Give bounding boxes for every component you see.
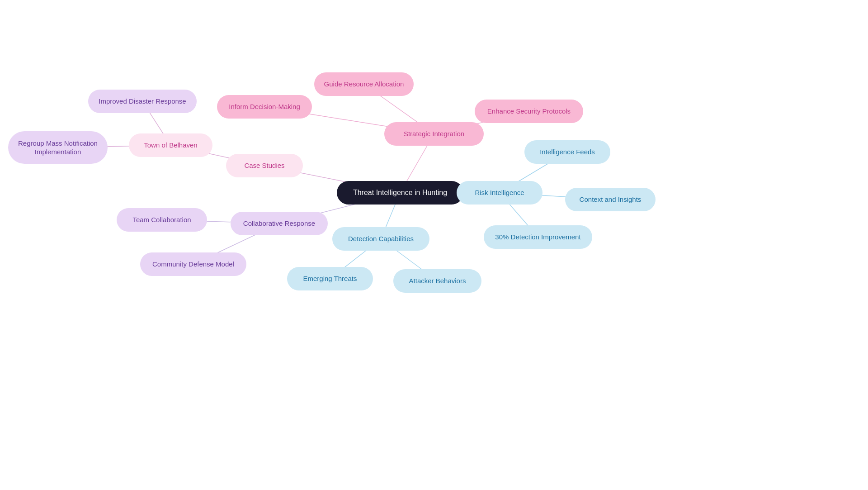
node-case_studies[interactable]: Case Studies — [226, 154, 303, 177]
node-inform_decision[interactable]: Inform Decision-Making — [217, 95, 312, 119]
node-regroup_mass[interactable]: Regroup Mass Notification Implementation — [8, 131, 108, 164]
node-community_defense[interactable]: Community Defense Model — [140, 252, 246, 276]
node-attacker_behaviors[interactable]: Attacker Behaviors — [393, 269, 481, 293]
node-detection_improvement[interactable]: 30% Detection Improvement — [484, 225, 592, 249]
node-intelligence_feeds[interactable]: Intelligence Feeds — [524, 140, 610, 164]
node-emerging_threats[interactable]: Emerging Threats — [287, 267, 373, 290]
node-enhance_security[interactable]: Enhance Security Protocols — [475, 100, 583, 123]
node-collaborative_response[interactable]: Collaborative Response — [231, 212, 328, 235]
node-guide_resource[interactable]: Guide Resource Allocation — [314, 72, 414, 96]
node-town_belhaven[interactable]: Town of Belhaven — [129, 133, 212, 157]
mind-map-connections — [0, 0, 868, 490]
node-strategic_integration[interactable]: Strategic Integration — [384, 122, 484, 146]
node-improved_disaster[interactable]: Improved Disaster Response — [88, 90, 197, 113]
node-context_insights[interactable]: Context and Insights — [565, 188, 656, 211]
node-center[interactable]: Threat Intelligence in Hunting — [337, 181, 463, 205]
node-risk_intelligence[interactable]: Risk Intelligence — [457, 181, 542, 205]
node-team_collaboration[interactable]: Team Collaboration — [117, 208, 207, 232]
node-detection_capabilities[interactable]: Detection Capabilities — [332, 227, 429, 251]
